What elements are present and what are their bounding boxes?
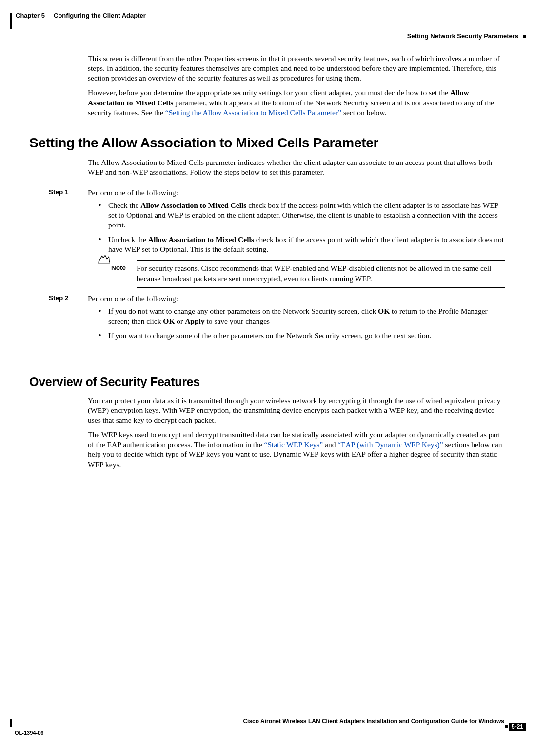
intro-paragraph-1: This screen is different from the other … [88,54,505,83]
note-label: Note [111,264,137,283]
chapter-label: Chapter 5 [16,12,45,19]
page-footer: Cisco Aironet Wireless LAN Client Adapte… [10,718,526,742]
step-2-bullet-1: If you do not want to change any other p… [98,306,505,326]
step-2: Step 2 Perform one of the following: [29,294,505,304]
step-1-label: Step 1 [49,188,69,197]
footer-left-bar [10,719,12,727]
footer-doc-id: OL-1394-06 [15,729,43,736]
s2b1-bold2: OK [163,317,175,325]
note-icon [98,255,111,274]
header-left-bar [10,13,12,29]
intro-p2-c: section below. [341,108,386,117]
sect2-paragraph-2: The WEP keys used to encrypt and decrypt… [88,430,505,470]
sect2-paragraph-1: You can protect your data as it is trans… [88,396,505,425]
step-1-bullet-1: Check the Allow Association to Mixed Cel… [98,201,505,230]
header-chapter-title: Chapter 5 Configuring the Client Adapter [16,12,146,20]
note-text: For security reasons, Cisco recommends t… [137,264,505,283]
intro-p2-link[interactable]: “Setting the Allow Association to Mixed … [165,108,341,117]
s1b1-bold: Allow Association to Mixed Cells [140,201,246,209]
section-heading-overview: Overview of Security Features [29,374,505,390]
s2b1-d: to save your changes [205,317,270,325]
steps-bottom-rule [49,347,505,347]
s2b1-bold3: Apply [185,317,205,325]
step-2-text: Perform one of the following: [88,294,178,303]
section-heading-mixed-cells: Setting the Allow Association to Mixed C… [29,134,505,152]
step-2-label: Step 2 [49,294,69,303]
s1b2-bold: Allow Association to Mixed Cells [148,235,254,244]
footer-book-title: Cisco Aironet Wireless LAN Client Adapte… [243,718,504,726]
s2p2-b: and [323,440,337,449]
header-end-marker [523,35,526,38]
footer-end-marker [505,725,508,728]
step-1: Step 1 Perform one of the following: [29,188,505,198]
step-1-bullet-2: Uncheck the Allow Association to Mixed C… [98,235,505,254]
footer-page-number: 5-21 [509,723,526,731]
s2b1-c: or [175,317,185,325]
footer-rule [10,727,509,727]
note-bottom-rule [137,287,505,288]
note-block: Note For security reasons, Cisco recomme… [98,260,505,287]
intro-paragraph-2: However, before you determine the approp… [88,88,505,117]
header-rule [15,20,526,20]
s2b1-bold1: OK [378,307,390,315]
chapter-name: Configuring the Client Adapter [54,12,146,19]
intro-p2-a: However, before you determine the approp… [88,88,450,97]
s2p2-link2[interactable]: “EAP (with Dynamic WEP Keys)” [337,440,443,449]
header-section: Setting Network Security Parameters [407,32,518,41]
steps-top-rule [49,183,505,183]
sect1-paragraph: The Allow Association to Mixed Cells par… [88,158,505,177]
step-1-text: Perform one of the following: [88,188,178,197]
s1b2-a: Uncheck the [108,235,148,244]
s2p2-link1[interactable]: “Static WEP Keys” [264,440,323,449]
s2b1-a: If you do not want to change any other p… [108,307,378,315]
step-2-bullet-2: If you want to change some of the other … [98,331,505,341]
s1b1-a: Check the [108,201,140,209]
